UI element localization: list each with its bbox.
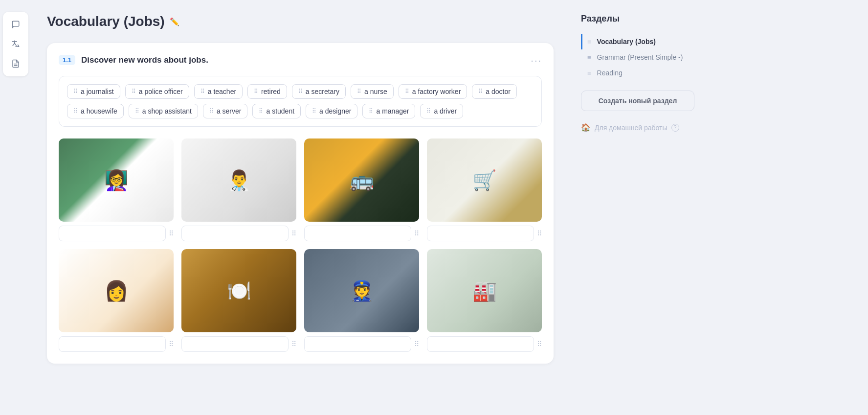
page-title-area: Vocabulary (Jobs) ✏️ [47,14,554,29]
word-chip[interactable]: ⠿a factory worker [399,84,467,99]
drag-dots: ⠿ [73,88,78,95]
page-title: Vocabulary (Jobs) [47,14,165,29]
word-chip[interactable]: ⠿a driver [420,104,463,118]
translate-icon[interactable] [8,36,23,52]
sidebar-nav-item[interactable]: ≡ Grammar (Present Simple -) [581,49,694,65]
image-card: 👮 ⠿ [304,249,419,352]
image-more-icon[interactable]: ⠿ [537,230,542,237]
image-photo: 👩‍🏫 [59,138,174,222]
drag-dots: ⠿ [357,88,361,95]
drag-dots: ⠿ [259,108,263,115]
image-card: 👩 ⠿ [59,249,174,352]
word-chip[interactable]: ⠿a journalist [67,84,120,99]
sidebar-nav: ≡ Vocabulary (Jobs) ≡ Grammar (Present S… [581,34,694,81]
sidebar-nav-item[interactable]: ≡ Vocabulary (Jobs) [581,34,694,49]
section-number: 1.1 [59,55,75,65]
nav-item-dots: ≡ [587,69,591,77]
image-input-row: ⠿ [427,226,542,241]
sidebar-title: Разделы [581,14,694,24]
image-input-row: ⠿ [427,336,542,352]
drag-dots: ⠿ [369,108,373,115]
image-label-input[interactable] [59,226,166,241]
image-card: 🏭 ⠿ [427,249,542,352]
image-input-row: ⠿ [304,336,419,352]
homework-label: Для домашней работы [595,124,668,132]
image-input-row: ⠿ [181,226,296,241]
image-card: 🚌 ⠿ [304,138,419,241]
homework-section: 🏠 Для домашней работы ? [581,119,694,136]
drag-dots: ⠿ [298,88,303,95]
nav-item-dots: ≡ [587,38,591,46]
image-card: 👨‍⚕️ ⠿ [181,138,296,241]
word-chip[interactable]: ⠿a student [252,104,301,118]
left-sidebar [0,0,31,415]
nav-item-label: Grammar (Present Simple -) [597,53,683,61]
word-chip[interactable]: ⠿a manager [362,104,415,118]
more-options-icon[interactable]: ··· [531,55,542,66]
image-more-icon[interactable]: ⠿ [291,230,296,237]
word-chip[interactable]: ⠿a designer [306,104,357,118]
image-more-icon[interactable]: ⠿ [414,340,419,348]
drag-dots: ⠿ [478,88,483,95]
drag-dots: ⠿ [73,108,78,115]
image-label-input[interactable] [181,336,289,352]
image-photo: 🏭 [427,249,542,332]
word-chip[interactable]: ⠿a nurse [351,84,394,99]
image-photo: 🚌 [304,138,419,222]
section-title: Discover new words about jobs. [81,55,208,65]
image-photo: 👮 [304,249,419,332]
image-input-row: ⠿ [304,226,419,241]
word-chip[interactable]: ⠿a shop assistant [129,104,198,118]
main-content: Vocabulary (Jobs) ✏️ 1.1 Discover new wo… [31,0,569,415]
image-label-input[interactable] [304,226,411,241]
left-sidebar-card [3,12,28,76]
image-card: 🛒 ⠿ [427,138,542,241]
image-more-icon[interactable]: ⠿ [169,340,174,348]
image-label-input[interactable] [304,336,411,352]
help-icon[interactable]: ? [671,124,679,132]
word-chip[interactable]: ⠿a server [203,104,248,118]
drag-dots: ⠿ [405,88,409,95]
image-more-icon[interactable]: ⠿ [537,340,542,348]
chat-icon[interactable] [8,17,23,32]
image-photo: 🍽️ [181,249,296,332]
image-label-input[interactable] [427,336,534,352]
image-input-row: ⠿ [59,226,174,241]
image-label-input[interactable] [427,226,534,241]
document-icon[interactable] [8,56,23,71]
home-icon: 🏠 [581,123,591,132]
image-more-icon[interactable]: ⠿ [414,230,419,237]
image-label-input[interactable] [181,226,289,241]
word-chip[interactable]: ⠿a secretary [292,84,346,99]
image-photo: 👩 [59,249,174,332]
word-chips-container: ⠿a journalist⠿a police officer⠿a teacher… [59,76,542,127]
image-photo: 👨‍⚕️ [181,138,296,222]
drag-dots: ⠿ [135,108,139,115]
drag-dots: ⠿ [312,108,316,115]
create-section-button[interactable]: Создать новый раздел [581,91,694,111]
image-grid-row1: 👩‍🏫 ⠿ 👨‍⚕️ ⠿ 🚌 ⠿ 🛒 [59,138,542,241]
word-chip[interactable]: ⠿retired [247,84,287,99]
nav-item-label: Reading [597,69,623,77]
section-header: 1.1 Discover new words about jobs. ··· [59,55,542,66]
section-header-left: 1.1 Discover new words about jobs. [59,55,208,65]
word-chip[interactable]: ⠿a teacher [194,84,243,99]
image-card: 👩‍🏫 ⠿ [59,138,174,241]
drag-dots: ⠿ [132,88,136,95]
image-more-icon[interactable]: ⠿ [291,340,296,348]
right-sidebar: Разделы ≡ Vocabulary (Jobs) ≡ Grammar (P… [569,0,706,415]
image-more-icon[interactable]: ⠿ [169,230,174,237]
image-photo: 🛒 [427,138,542,222]
edit-icon[interactable]: ✏️ [170,17,179,26]
image-label-input[interactable] [59,336,166,352]
drag-dots: ⠿ [254,88,258,95]
section-card: 1.1 Discover new words about jobs. ··· ⠿… [47,43,554,364]
sidebar-nav-item[interactable]: ≡ Reading [581,65,694,81]
drag-dots: ⠿ [200,88,205,95]
word-chip[interactable]: ⠿a doctor [472,84,517,99]
nav-item-label: Vocabulary (Jobs) [597,38,656,46]
image-input-row: ⠿ [181,336,296,352]
image-card: 🍽️ ⠿ [181,249,296,352]
word-chip[interactable]: ⠿a housewife [67,104,124,118]
word-chip[interactable]: ⠿a police officer [125,84,189,99]
